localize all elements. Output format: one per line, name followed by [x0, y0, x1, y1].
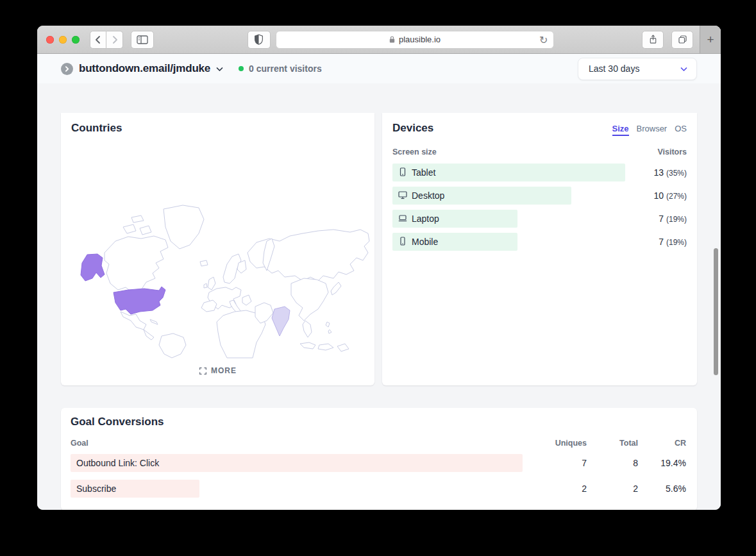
lock-icon [389, 35, 396, 44]
goal-conversions-title: Goal Conversions [71, 416, 686, 428]
countries-title: Countries [71, 122, 364, 135]
live-visitors-dot [239, 66, 244, 71]
device-label: Laptop [412, 214, 439, 224]
map-country-united-states [113, 287, 165, 314]
goal-label: Outbound Link: Click [76, 458, 159, 468]
safari-window: plausible.io ↻ + [37, 26, 721, 510]
visitors-column-label: Visitors [657, 147, 687, 156]
tab-overview-button[interactable] [671, 31, 693, 49]
chevron-right-icon [110, 35, 119, 44]
privacy-report-button[interactable] [248, 31, 271, 49]
chevron-left-icon [94, 35, 103, 44]
site-name[interactable]: buttondown.email/jmduke [79, 62, 210, 75]
goal-total-value: 8 [587, 458, 638, 468]
date-range-picker[interactable]: Last 30 days [578, 58, 697, 80]
screen-size-column-label: Screen size [392, 147, 437, 156]
device-label: Mobile [412, 237, 438, 247]
goals-list: Outbound Link: Click7819.4%Subscribe225.… [71, 454, 686, 498]
desktop-icon [398, 190, 408, 202]
tablet-icon [398, 167, 408, 179]
goal-cr-value: 5.6% [638, 484, 686, 494]
sidebar-toggle-button[interactable] [131, 31, 154, 49]
current-visitors-label[interactable]: 0 current visitors [249, 63, 322, 74]
devices-tabs: SizeBrowserOS [612, 124, 687, 136]
history-nav [90, 31, 123, 49]
device-row-tablet[interactable]: Tablet13 (35%) [392, 164, 687, 181]
total-column-label: Total [587, 439, 638, 448]
site-switcher-chevron-icon[interactable] [216, 63, 223, 74]
mobile-icon [398, 236, 408, 248]
window-controls [46, 36, 80, 44]
chevron-down-icon [680, 63, 687, 74]
world-map[interactable] [64, 201, 371, 358]
date-range-label: Last 30 days [589, 63, 639, 74]
cr-column-label: CR [638, 439, 686, 448]
device-label: Tablet [412, 167, 435, 178]
share-button[interactable] [642, 31, 664, 49]
goal-cr-value: 19.4% [638, 458, 686, 468]
devices-panel: Devices SizeBrowserOS Screen size Visito… [382, 113, 697, 385]
device-visitors-value: 10 (27%) [625, 190, 687, 201]
new-tab-button[interactable]: + [700, 26, 721, 53]
device-label: Desktop [412, 190, 444, 201]
device-visitors-value: 7 (19%) [625, 214, 687, 224]
plausible-dashboard: buttondown.email/jmduke 0 current visito… [37, 54, 721, 510]
device-visitors-value: 13 (35%) [625, 167, 687, 178]
dashboard-header: buttondown.email/jmduke 0 current visito… [37, 54, 721, 83]
zoom-window-button[interactable] [72, 36, 80, 44]
map-country-india [272, 307, 290, 336]
plus-icon: + [707, 33, 714, 47]
forward-button[interactable] [106, 31, 123, 49]
more-label: MORE [211, 366, 237, 375]
devices-list: Tablet13 (35%)Desktop10 (27%)Laptop7 (19… [392, 164, 687, 251]
devices-column-headers: Screen size Visitors [392, 147, 687, 156]
sidebar-icon [137, 35, 148, 44]
laptop-icon [398, 213, 408, 225]
uniques-column-label: Uniques [523, 439, 587, 448]
devices-tab-os[interactable]: OS [675, 124, 687, 136]
map-country-alaska [81, 254, 105, 281]
countries-panel: Countries [61, 113, 374, 385]
device-row-desktop[interactable]: Desktop10 (27%) [392, 187, 687, 205]
shield-icon [254, 34, 264, 45]
device-visitors-value: 7 (19%) [625, 237, 687, 247]
back-button[interactable] [90, 31, 106, 49]
devices-title: Devices [392, 122, 433, 135]
countries-more-button[interactable]: MORE [61, 366, 374, 375]
close-window-button[interactable] [46, 36, 54, 44]
site-favicon [61, 63, 73, 75]
goals-column-headers: Goal Uniques Total CR [71, 439, 686, 448]
share-icon [648, 34, 658, 45]
address-bar[interactable]: plausible.io ↻ [276, 31, 554, 49]
scrollbar-thumb[interactable] [714, 248, 718, 375]
goal-column-label: Goal [71, 439, 523, 448]
tabs-overview-icon [678, 35, 687, 44]
goal-conversions-panel: Goal Conversions Goal Uniques Total CR O… [61, 408, 697, 510]
browser-toolbar: plausible.io ↻ + [37, 26, 721, 54]
goal-uniques-value: 7 [523, 458, 587, 468]
screenshot-stage: plausible.io ↻ + [0, 0, 756, 556]
goal-row-subscribe[interactable]: Subscribe225.6% [71, 480, 686, 498]
minimize-window-button[interactable] [59, 36, 67, 44]
reload-icon[interactable]: ↻ [539, 32, 548, 49]
goal-row-outbound-link-click[interactable]: Outbound Link: Click7819.4% [71, 454, 686, 472]
world-map-svg [64, 201, 371, 358]
device-row-laptop[interactable]: Laptop7 (19%) [392, 210, 687, 228]
goal-total-value: 2 [587, 484, 638, 494]
devices-tab-size[interactable]: Size [612, 124, 629, 136]
url-text: plausible.io [399, 35, 441, 44]
devices-tab-browser[interactable]: Browser [637, 124, 668, 136]
device-row-mobile[interactable]: Mobile7 (19%) [392, 233, 687, 251]
expand-icon [199, 367, 207, 375]
goal-uniques-value: 2 [523, 484, 587, 494]
goal-label: Subscribe [76, 484, 116, 494]
